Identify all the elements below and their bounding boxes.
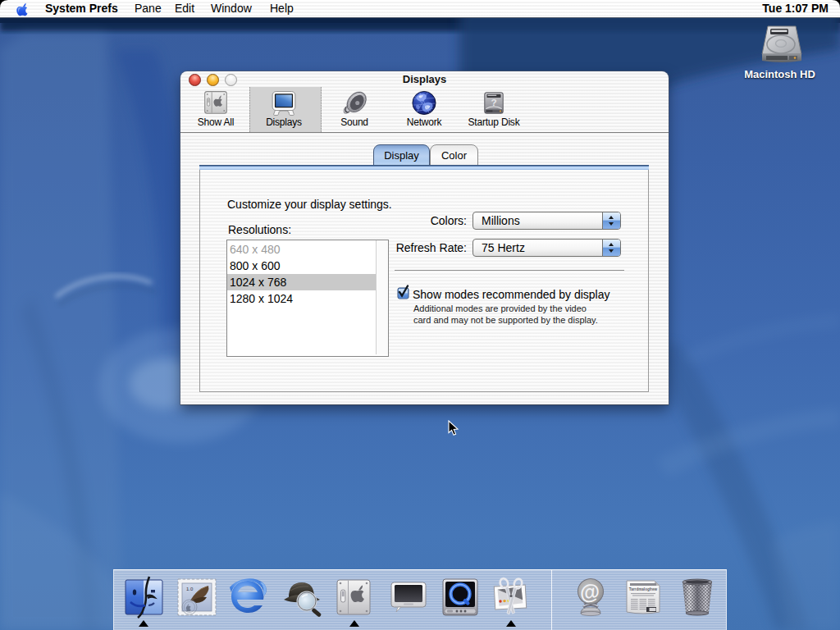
svg-text:@: @ [578, 579, 601, 605]
svg-text:1.0: 1.0 [186, 587, 194, 591]
svg-text:?: ? [491, 97, 496, 107]
svg-text:Tarrdmalogfrew: Tarrdmalogfrew [629, 587, 658, 591]
